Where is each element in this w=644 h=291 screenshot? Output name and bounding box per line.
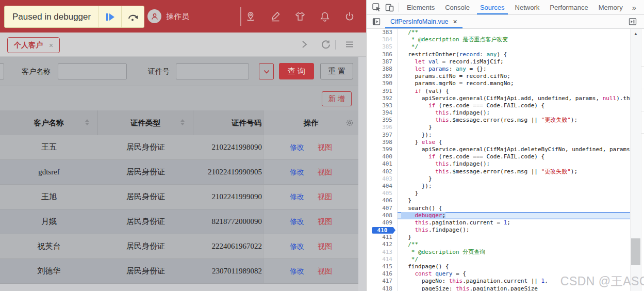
line-number[interactable]: 408 [367,212,398,219]
collapsed-sidebar-edge [641,29,644,291]
line-number[interactable]: 415 [367,263,398,270]
sort-icon[interactable] [180,119,185,125]
line-number[interactable]: 404 [367,183,398,190]
line-number[interactable]: 398 [367,139,398,146]
gear-icon[interactable] [345,119,354,127]
devtools-tab-sources[interactable]: Sources [475,0,510,14]
view-link[interactable]: 视图 [318,267,332,276]
user-avatar[interactable] [147,9,161,23]
more-tabs-icon[interactable]: » [628,3,640,12]
column-header-actions: 操作 [263,110,358,135]
bell-icon[interactable] [319,10,331,23]
resume-script-button[interactable] [98,6,121,27]
tshirt-icon[interactable] [294,10,306,23]
line-number[interactable]: 394 [367,109,398,117]
line-number[interactable]: 417 [367,278,398,285]
pen-icon[interactable] [269,10,282,23]
line-number[interactable]: 396 [367,124,398,131]
code-line: 402 this.$message.error(res.msg || "更改失败… [367,168,630,175]
edit-link[interactable]: 修改 [290,168,304,177]
table-bottom-gap [0,284,358,291]
edit-link[interactable]: 修改 [290,267,304,276]
cell-id-type: 居民身份证 [98,234,193,258]
add-button[interactable]: 新 增 [322,91,352,106]
code-scrollbar[interactable]: ▲ [630,29,641,291]
edit-link[interactable]: 修改 [290,217,304,227]
line-number[interactable]: 399 [367,146,398,153]
tab-personal-customer[interactable]: 个人客户 × [7,37,60,53]
line-number[interactable]: 386 [367,51,398,58]
scrollbar-thumb[interactable] [631,238,640,265]
line-number[interactable]: 393 [367,102,398,109]
view-link[interactable]: 视图 [318,192,332,202]
devtools-tab-memory[interactable]: Memory [593,0,628,14]
menu-icon[interactable] [344,39,355,50]
refresh-icon[interactable] [321,39,331,50]
source-code-editor[interactable]: 383 /**384 * @description 是否重点客户改变385 */… [367,29,630,291]
location-icon[interactable] [244,10,257,23]
line-number[interactable]: 387 [367,58,398,66]
sort-icon[interactable] [85,119,89,125]
file-tab-close-icon[interactable]: × [453,18,457,26]
line-number[interactable]: 403 [367,175,398,183]
customer-name-input[interactable] [58,63,127,79]
line-number[interactable]: 395 [367,117,398,124]
edit-link[interactable]: 修改 [290,242,304,251]
view-link[interactable]: 视图 [318,168,332,177]
expand-filters-button[interactable] [259,63,274,79]
show-navigator-icon[interactable] [372,18,381,26]
cell-customer-name: 刘德华 [0,259,98,283]
line-number[interactable]: 400 [367,153,398,160]
devtools-toolbar: ElementsConsoleSourcesNetworkPerformance… [367,0,644,15]
line-number[interactable]: 407 [367,205,398,212]
devtools-tab-console[interactable]: Console [440,0,475,14]
reset-button[interactable]: 重 置 [320,63,353,79]
edit-link[interactable]: 修改 [290,192,304,202]
line-number[interactable]: 397 [367,132,398,139]
view-link[interactable]: 视图 [318,143,332,152]
chevron-right-icon[interactable] [299,39,309,50]
line-number[interactable]: 385 [367,43,398,51]
line-number[interactable]: 392 [367,95,398,102]
line-number[interactable]: 406 [367,197,398,204]
line-number[interactable]: 416 [367,270,398,278]
clipped-input-edge[interactable] [0,63,4,79]
search-button[interactable]: 查 询 [279,63,314,79]
power-icon[interactable] [343,10,356,23]
column-header-name[interactable]: 客户名称 [0,110,98,135]
line-number[interactable]: 383 [367,29,398,36]
line-number-paused[interactable]: 410 [367,227,398,234]
devtools-tab-performance[interactable]: Performance [544,0,593,14]
line-number[interactable]: 405 [367,190,398,197]
line-number[interactable]: 412 [367,241,398,248]
id-number-input[interactable] [176,63,249,79]
device-toolbar-icon[interactable] [385,3,394,12]
devtools-tab-elements[interactable]: Elements [402,0,440,14]
line-number[interactable]: 402 [367,168,398,175]
view-link[interactable]: 视图 [318,242,332,251]
line-number[interactable]: 409 [367,219,398,227]
line-number[interactable]: 388 [367,66,398,73]
line-number[interactable]: 384 [367,36,398,43]
line-number[interactable]: 418 [367,285,398,291]
line-number[interactable]: 389 [367,73,398,80]
devtools-tab-network[interactable]: Network [510,0,545,14]
line-number[interactable]: 401 [367,160,398,168]
paused-statement: debugger; [401,212,445,219]
line-number[interactable]: 411 [367,234,398,241]
scroll-up-arrow-icon[interactable]: ▲ [631,31,641,36]
view-link[interactable]: 视图 [318,217,332,227]
step-over-button[interactable] [121,6,144,27]
edit-link[interactable]: 修改 [290,143,304,152]
line-number[interactable]: 390 [367,80,398,87]
inspect-element-icon[interactable] [372,3,381,12]
tab-close-icon[interactable]: × [49,41,53,50]
column-header-id-type[interactable]: 证件类型 [98,110,193,135]
code-line: 415 findpage() { [367,263,630,270]
line-number[interactable]: 413 [367,249,398,256]
line-number[interactable]: 414 [367,256,398,263]
cell-actions: 修改视图 [263,234,358,258]
line-number[interactable]: 391 [367,88,398,95]
file-tab-cifpersinfomain[interactable]: CifPersInfoMain.vue × [385,15,463,28]
show-debugger-panel-icon[interactable] [629,18,637,26]
